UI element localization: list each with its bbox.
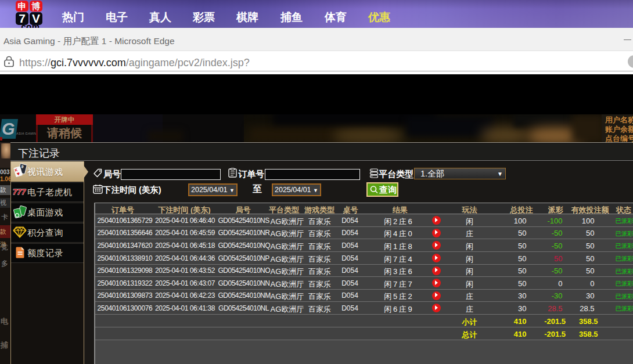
svg-text:7: 7 — [21, 188, 26, 196]
